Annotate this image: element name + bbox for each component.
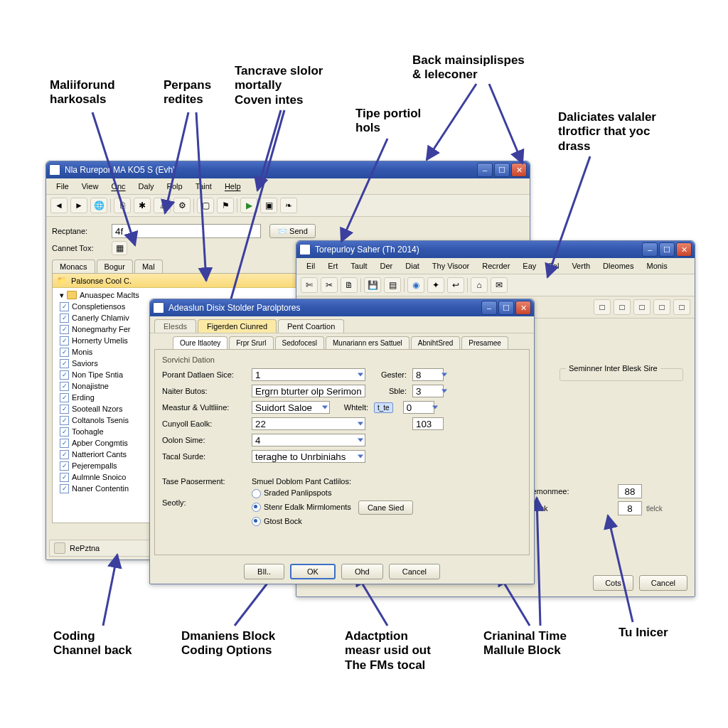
menu-item[interactable]: Eay	[517, 260, 542, 272]
tab-mal[interactable]: Mal	[134, 259, 163, 273]
menu-item[interactable]: Diat	[400, 260, 425, 272]
close-button[interactable]: ✕	[511, 163, 527, 177]
play-icon[interactable]: ▶	[240, 198, 257, 213]
checkbox-icon[interactable]: ✓	[60, 473, 69, 482]
radio-icon[interactable]	[252, 503, 261, 512]
back-icon[interactable]: ↩	[447, 277, 464, 293]
cut-icon[interactable]: ✄	[301, 277, 318, 293]
menu-item[interactable]: Verth	[566, 260, 596, 272]
checkbox-icon[interactable]: ✓	[60, 405, 69, 414]
menu-help[interactable]: Help	[219, 181, 247, 192]
inner-tab-6[interactable]: Presamee	[461, 336, 508, 349]
minimize-button[interactable]: –	[477, 163, 493, 177]
ohd-button[interactable]: Ohd	[341, 564, 383, 579]
checkbox-icon[interactable]: ✓	[60, 450, 69, 459]
new-icon[interactable]: ✱	[134, 198, 151, 213]
close-button[interactable]: ✕	[515, 301, 531, 315]
bil-button[interactable]: BIl..	[244, 564, 284, 579]
r3-input2[interactable]	[403, 401, 434, 414]
menu-item[interactable]: Monis	[641, 260, 673, 272]
minimize-button[interactable]: –	[481, 301, 497, 315]
r4-input[interactable]	[252, 417, 365, 430]
leaf-icon[interactable]: ❧	[280, 198, 297, 213]
home-icon[interactable]: ⌂	[471, 277, 488, 293]
record-icon[interactable]: ▣	[260, 198, 277, 213]
menu-taint[interactable]: Taint	[190, 181, 218, 192]
minimize-button[interactable]: –	[642, 242, 658, 257]
recipient-input[interactable]	[112, 224, 261, 238]
checkbox-icon[interactable]: ✓	[60, 359, 69, 368]
tab-monacs[interactable]: Monacs	[52, 259, 95, 273]
cancel-button[interactable]: Cancel	[639, 575, 687, 591]
side-tab[interactable]: Elesds	[154, 319, 196, 333]
checkbox-icon[interactable]: ✓	[60, 302, 69, 311]
radio-row[interactable]: Gtost Bock	[252, 517, 413, 527]
r3-chip[interactable]: t_te	[374, 402, 393, 413]
radio-icon[interactable]	[252, 489, 261, 498]
box-icon[interactable]: ▢	[197, 198, 214, 213]
menu-item[interactable]: Tal	[543, 260, 564, 272]
flag-icon[interactable]: ⚑	[217, 198, 234, 213]
tool-icon[interactable]: □	[633, 299, 651, 315]
checkbox-icon[interactable]: ✓	[60, 439, 69, 448]
send-button[interactable]: 📨 Send	[269, 224, 316, 238]
menu-item[interactable]: Der	[375, 260, 399, 272]
menu-item[interactable]: Ert	[322, 260, 343, 272]
close-button[interactable]: ✕	[676, 242, 692, 257]
checkbox-icon[interactable]: ✓	[60, 325, 69, 334]
r1-input[interactable]	[252, 368, 365, 381]
r2-input2[interactable]	[412, 385, 444, 397]
checkbox-icon[interactable]: ✓	[60, 484, 69, 493]
cancel-button[interactable]: Cancel	[389, 564, 440, 579]
r2-input[interactable]	[252, 385, 365, 397]
inner-tab-1[interactable]: Oure Itlaotey	[173, 336, 228, 349]
menu-item[interactable]: Thy Visoor	[427, 260, 475, 272]
document-icon[interactable]: 🗎	[341, 277, 358, 293]
checkbox-icon[interactable]: ✓	[60, 461, 69, 471]
scissors-icon[interactable]: ✂	[321, 277, 338, 293]
checkbox-icon[interactable]: ✓	[60, 416, 69, 425]
inner-tab-3[interactable]: Sedofocesl	[275, 336, 324, 349]
tool-icon[interactable]: □	[653, 299, 670, 315]
back-icon[interactable]: ◄	[50, 198, 68, 213]
ok-button[interactable]: OK	[290, 564, 336, 579]
r1-input2[interactable]	[412, 368, 444, 381]
win1-titlebar[interactable]: Nla Rurepor MA KO5 S (Evh) – ☐ ✕	[46, 161, 530, 178]
maximize-button[interactable]: ☐	[498, 301, 514, 315]
r4-input2[interactable]	[412, 417, 444, 430]
inner-tab-4[interactable]: Munariann ers Sattuel	[326, 336, 410, 349]
radio-row[interactable]: Stenr Edalk Mirmloments Cane Sied	[252, 500, 413, 515]
menu-daly[interactable]: Daly	[133, 181, 160, 192]
menu-item[interactable]: Dleomes	[597, 260, 639, 272]
menu-onc[interactable]: Onc	[105, 181, 131, 192]
maximize-button[interactable]: ☐	[659, 242, 675, 257]
tool-icon[interactable]: □	[614, 299, 631, 315]
checkbox-icon[interactable]: ✓	[60, 314, 69, 323]
cots-button[interactable]: Cots	[593, 575, 633, 591]
checkbox-icon[interactable]: ✓	[60, 370, 69, 380]
outer-tab-2[interactable]: Pent Coartion	[278, 319, 344, 333]
grid-icon[interactable]: ▦	[112, 241, 127, 255]
radio-icon[interactable]	[252, 517, 261, 526]
dlock-input[interactable]	[618, 501, 642, 515]
star-icon[interactable]: ✦	[427, 277, 444, 293]
radio-row[interactable]: Sraded Panlipspots	[252, 488, 413, 498]
copy-icon[interactable]: ⎘	[114, 198, 131, 213]
tree-icon[interactable]: ⍋	[154, 198, 171, 213]
outer-tab-1[interactable]: Figerden Ciunred	[198, 319, 277, 333]
tab-bogur[interactable]: Bogur	[97, 259, 133, 273]
menu-polp[interactable]: Polp	[161, 181, 188, 192]
inner-tab-5[interactable]: AbnihtSred	[411, 336, 460, 349]
temonmee-input[interactable]	[618, 484, 642, 498]
menu-item[interactable]: Recrder	[476, 260, 515, 272]
win2-titlebar[interactable]: Torepurloy Saher (Th 2014) – ☐ ✕	[296, 241, 695, 258]
forward-icon[interactable]: ►	[70, 198, 87, 213]
menu-item[interactable]: Eil	[301, 260, 321, 272]
menu-item[interactable]: Tault	[345, 260, 373, 272]
r5-input[interactable]	[252, 434, 365, 446]
menu-view[interactable]: View	[76, 181, 105, 192]
r6-input[interactable]	[252, 450, 365, 463]
tool-icon[interactable]: □	[673, 299, 690, 315]
disk-icon[interactable]: ▤	[384, 277, 401, 293]
checkbox-icon[interactable]: ✓	[60, 427, 69, 437]
